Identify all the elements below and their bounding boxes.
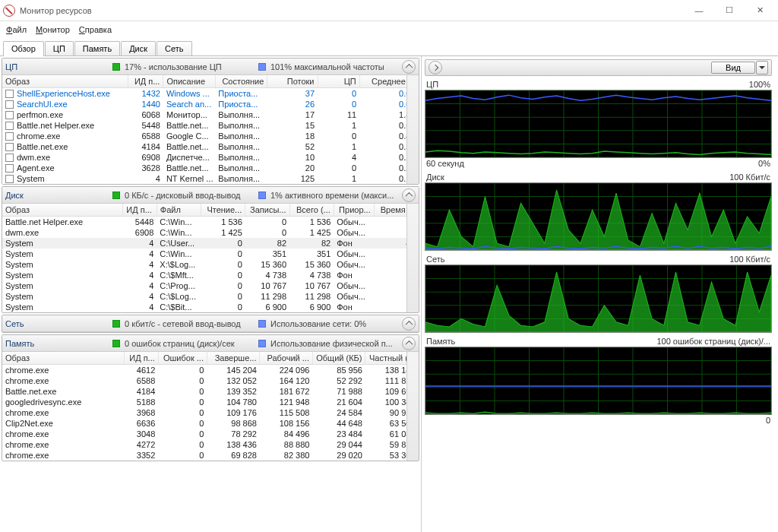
table-row[interactable]: System4C:\$Mft...04 7384 738Фон2 — [2, 270, 419, 280]
column-header[interactable]: ИД п... — [124, 352, 158, 365]
table-row[interactable]: System4NT Kernel ...Выполня...12510.17 — [2, 173, 419, 184]
chart-canvas — [425, 90, 772, 158]
chart-scale: 100% — [749, 80, 770, 89]
table-row[interactable]: chrome.exe3352069 82882 38029 02053 360 — [2, 450, 419, 461]
chart-canvas — [425, 264, 772, 333]
table-row[interactable]: Clip2Net.exe6636098 868108 15644 64863 5… — [2, 418, 419, 429]
column-header[interactable]: Потоки — [267, 75, 318, 88]
column-header[interactable]: Общий (КБ) — [312, 352, 365, 365]
column-header[interactable]: Состояние — [215, 75, 267, 88]
checkbox[interactable] — [5, 143, 14, 151]
table-row[interactable]: System4X:\$Log...015 36015 360Обыч...4 — [2, 259, 419, 270]
checkbox[interactable] — [5, 100, 14, 109]
table-row[interactable]: System4C:\Prog...010 76710 767Обыч...3 — [2, 280, 419, 291]
minimize-button[interactable]: — — [684, 0, 714, 21]
column-header[interactable]: Записы... — [245, 204, 289, 217]
table-row[interactable]: googledrivesync.exe51880104 780121 94821… — [2, 397, 419, 407]
table-row[interactable]: chrome.exe65880132 052164 12052 292111 8… — [2, 375, 419, 386]
table-row[interactable]: perfmon.exe6068Монитор...Выполня...17111… — [2, 109, 419, 120]
column-header[interactable]: Ошибок ... — [158, 352, 207, 365]
menu-monitor[interactable]: Монитор — [36, 25, 70, 34]
checkbox[interactable] — [5, 175, 14, 183]
column-header[interactable]: ИД п... — [128, 75, 163, 88]
tab-network[interactable]: Сеть — [157, 41, 191, 55]
column-header[interactable]: Заверше... — [207, 352, 260, 365]
tab-memory[interactable]: Память — [74, 41, 120, 55]
chart-title: Память — [426, 337, 455, 346]
net-panel: Сеть 0 кбит/с - сетевой ввод-вывод Испол… — [2, 315, 419, 333]
tab-disk[interactable]: Диск — [121, 41, 156, 55]
mem-panel-label: Память — [5, 339, 108, 348]
column-header[interactable]: Образ — [2, 75, 128, 88]
table-row[interactable]: System4C:\$Bit...06 9006 900Фон2 — [2, 302, 419, 312]
view-dropdown-icon[interactable] — [756, 61, 768, 74]
table-row[interactable]: dwm.exe6908Диспетче...Выполня...1040.25 — [2, 152, 419, 163]
column-header[interactable]: ЦП — [318, 75, 359, 88]
checkbox[interactable] — [5, 164, 14, 173]
left-pane: ЦП 17% - использование ЦП 101% максималь… — [0, 56, 422, 532]
table-row[interactable]: chrome.exe6588Google C...Выполня...1800.… — [2, 131, 419, 141]
disk-stat-active: 1% активного времени (макси... — [270, 191, 394, 200]
table-row[interactable]: System4C:\User...08282Фон48 — [2, 238, 419, 249]
menu-file[interactable]: Файл — [6, 25, 27, 34]
table-row[interactable]: chrome.exe42720138 43688 88029 04459 836 — [2, 439, 419, 450]
table-row[interactable]: dwm.exe6908C:\Win...1 42501 425Обыч...4 — [2, 227, 419, 238]
table-row[interactable]: Battle.net Helper.exe5448C:\Win...1 5360… — [2, 217, 419, 228]
table-row[interactable]: chrome.exe3048078 29284 49623 48461 088 — [2, 429, 419, 439]
chart-footer-left: 60 секунд — [426, 159, 464, 168]
checkbox[interactable] — [5, 111, 14, 119]
chart-Память: Память100 ошибок страниц (диск)/... 0 — [425, 336, 772, 426]
chart-scale: 100 ошибок страниц (диск)/... — [656, 337, 770, 346]
cpu-panel-header[interactable]: ЦП 17% - использование ЦП 101% максималь… — [2, 59, 419, 75]
app-icon — [3, 5, 15, 17]
table-row[interactable]: SearchUI.exe1440Search an...Приоста...26… — [2, 99, 419, 109]
column-header[interactable]: Рабочий ... — [260, 352, 313, 365]
maximize-button[interactable]: ☐ — [714, 0, 745, 21]
scrollbar[interactable] — [406, 204, 419, 312]
column-header[interactable]: ИД п... — [123, 204, 157, 217]
mem-panel-header[interactable]: Память 0 ошибок страниц (диск)/сек Испол… — [2, 335, 419, 352]
column-header[interactable]: Чтение... — [201, 204, 245, 217]
collapse-icon[interactable] — [402, 60, 416, 74]
legend-blue-icon — [258, 340, 266, 347]
titlebar: Монитор ресурсов — ☐ ✕ — [0, 0, 778, 21]
cpu-panel-label: ЦП — [5, 62, 108, 71]
disk-panel-header[interactable]: Диск 0 КБ/с - дисковый ввод-вывод 1% акт… — [2, 187, 419, 204]
column-header[interactable]: Образ — [2, 204, 123, 217]
collapse-icon[interactable] — [402, 188, 416, 202]
collapse-icon[interactable] — [402, 317, 416, 331]
column-header[interactable]: Образ — [2, 352, 124, 365]
table-row[interactable]: Battle.net Helper.exe5448Battle.net...Вы… — [2, 120, 419, 131]
table-row[interactable]: Agent.exe3628Battle.net...Выполня...2000… — [2, 163, 419, 173]
table-row[interactable]: System4C:\Win...0351351Обыч...4 — [2, 249, 419, 259]
table-row[interactable]: Battle.net.exe41840139 352181 67271 9881… — [2, 386, 419, 397]
menu-help[interactable]: Справка — [79, 25, 112, 34]
legend-green-icon — [112, 340, 120, 347]
column-header[interactable]: Описание — [163, 75, 215, 88]
table-row[interactable]: Battle.net.exe4184Battle.net...Выполня..… — [2, 141, 419, 152]
checkbox[interactable] — [5, 154, 14, 162]
net-stat-io: 0 кбит/с - сетевой ввод-вывод — [125, 319, 254, 328]
checkbox[interactable] — [5, 132, 14, 141]
column-header[interactable]: Файл — [157, 204, 201, 217]
right-pane: Вид ЦП100% 60 секунд0% Диск100 Кбит/с Се… — [422, 56, 778, 532]
menubar: Файл Монитор Справка — [0, 21, 778, 38]
table-row[interactable]: chrome.exe39680109 176115 50824 58490 92… — [2, 407, 419, 418]
table-row[interactable]: ShellExperienceHost.exe1432Windows ...Пр… — [2, 88, 419, 100]
column-header[interactable]: Всего (... — [289, 204, 334, 217]
table-row[interactable]: System4C:\$Log...011 29811 298Обыч...2 — [2, 291, 419, 302]
tab-overview[interactable]: Обзор — [3, 41, 44, 56]
view-button[interactable]: Вид — [711, 62, 755, 74]
disk-panel-label: Диск — [5, 191, 108, 200]
scrollbar[interactable] — [406, 352, 419, 461]
checkbox[interactable] — [5, 122, 14, 130]
scrollbar[interactable] — [406, 75, 419, 184]
net-panel-header[interactable]: Сеть 0 кбит/с - сетевой ввод-вывод Испол… — [2, 315, 419, 332]
checkbox[interactable] — [5, 90, 14, 98]
expand-icon[interactable] — [429, 61, 442, 74]
column-header[interactable]: Приор... — [334, 204, 374, 217]
tab-cpu[interactable]: ЦП — [45, 41, 74, 55]
table-row[interactable]: chrome.exe46120145 204224 09685 956138 1… — [2, 365, 419, 376]
collapse-icon[interactable] — [402, 337, 416, 350]
close-button[interactable]: ✕ — [745, 0, 775, 21]
